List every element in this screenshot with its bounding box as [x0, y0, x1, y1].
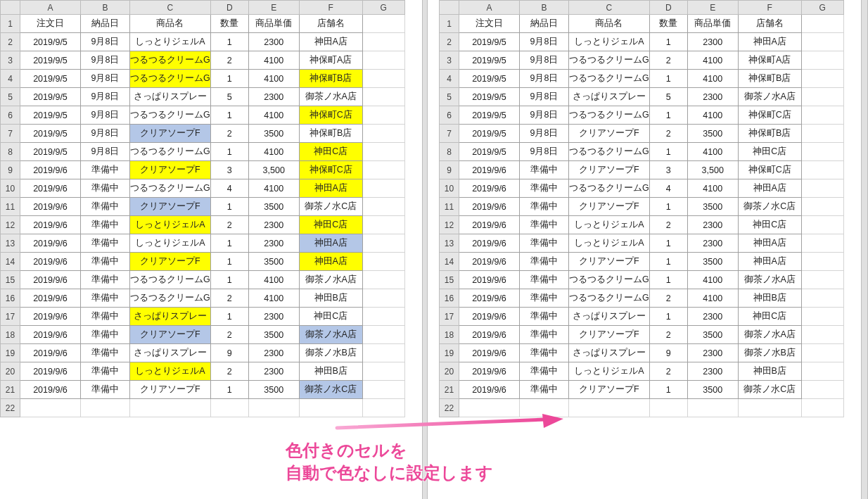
data-cell[interactable]: 準備中 [81, 161, 130, 179]
data-cell[interactable]: 2300 [248, 216, 299, 234]
cell[interactable] [801, 326, 843, 344]
data-cell[interactable]: 神田C店 [299, 216, 362, 234]
data-cell[interactable]: 1 [649, 234, 687, 253]
cell[interactable] [801, 308, 843, 326]
data-cell[interactable]: 2019/9/6 [459, 253, 520, 271]
data-cell[interactable]: 準備中 [520, 161, 569, 179]
data-cell[interactable]: さっぱりスプレー [569, 308, 650, 326]
column-header-D[interactable]: D [649, 1, 687, 15]
select-all-corner[interactable] [1, 1, 20, 15]
data-cell[interactable]: 準備中 [81, 326, 130, 344]
data-cell[interactable]: 2300 [687, 344, 738, 362]
data-cell[interactable]: 1 [649, 381, 687, 399]
data-cell[interactable]: さっぱりスプレー [130, 344, 211, 362]
data-cell[interactable]: クリアソープF [569, 161, 650, 179]
data-cell[interactable]: 2 [649, 362, 687, 381]
data-cell[interactable]: 神田C店 [738, 308, 801, 326]
data-cell[interactable]: さっぱりスプレー [130, 308, 211, 326]
row-header[interactable]: 14 [440, 253, 459, 271]
column-header-B[interactable]: B [81, 1, 130, 15]
data-cell[interactable]: 神保町C店 [738, 161, 801, 179]
row-header[interactable]: 7 [1, 125, 20, 143]
data-cell[interactable]: しっとりジェルA [130, 216, 211, 234]
spreadsheet-right[interactable]: ABCDEFG1注文日納品日商品名数量商品単価店舗名22019/9/59月8日し… [439, 0, 861, 417]
data-cell[interactable]: 2019/9/6 [459, 179, 520, 198]
data-cell[interactable]: 2019/9/5 [459, 33, 520, 51]
data-cell[interactable]: 御茶ノ水B店 [299, 344, 362, 362]
row-header[interactable]: 2 [440, 33, 459, 51]
cell[interactable] [801, 106, 843, 125]
field-header-cell[interactable]: 商品単価 [687, 15, 738, 33]
data-cell[interactable]: 2019/9/5 [20, 33, 81, 51]
data-cell[interactable]: 1 [210, 33, 248, 51]
field-header-cell[interactable]: 納品日 [520, 15, 569, 33]
data-cell[interactable]: 御茶ノ水C店 [738, 381, 801, 399]
cell[interactable] [801, 179, 843, 198]
data-cell[interactable]: 1 [649, 33, 687, 51]
row-header[interactable]: 16 [1, 289, 20, 308]
field-header-cell[interactable]: 数量 [210, 15, 248, 33]
data-cell[interactable]: 2019/9/6 [459, 362, 520, 381]
data-cell[interactable]: 2019/9/6 [20, 362, 81, 381]
data-cell[interactable]: 9月8日 [520, 88, 569, 106]
data-cell[interactable]: 準備中 [520, 234, 569, 253]
data-cell[interactable]: 神保町B店 [738, 70, 801, 88]
row-header[interactable]: 18 [440, 326, 459, 344]
data-cell[interactable]: 御茶ノ水A店 [299, 88, 362, 106]
data-cell[interactable]: 2019/9/5 [459, 106, 520, 125]
cell[interactable] [801, 125, 843, 143]
data-cell[interactable]: 神田A店 [299, 253, 362, 271]
data-cell[interactable]: しっとりジェルA [569, 234, 650, 253]
data-cell[interactable]: 準備中 [520, 308, 569, 326]
data-cell[interactable]: 5 [210, 88, 248, 106]
data-cell[interactable]: 神田C店 [299, 143, 362, 161]
cell[interactable] [248, 399, 299, 417]
data-cell[interactable]: クリアソープF [130, 381, 211, 399]
data-cell[interactable]: 4100 [248, 51, 299, 70]
data-cell[interactable]: 神田A店 [299, 179, 362, 198]
data-cell[interactable]: つるつるクリームG [130, 106, 211, 125]
data-cell[interactable]: しっとりジェルA [569, 362, 650, 381]
data-cell[interactable]: 1 [649, 143, 687, 161]
row-header[interactable]: 5 [440, 88, 459, 106]
data-cell[interactable]: しっとりジェルA [130, 362, 211, 381]
data-cell[interactable]: 1 [649, 70, 687, 88]
data-cell[interactable]: 9 [649, 344, 687, 362]
cell[interactable] [362, 344, 404, 362]
data-cell[interactable]: 準備中 [81, 271, 130, 289]
data-cell[interactable]: 2019/9/5 [459, 143, 520, 161]
data-cell[interactable]: 御茶ノ水A店 [299, 326, 362, 344]
cell[interactable] [362, 88, 404, 106]
row-header[interactable]: 7 [440, 125, 459, 143]
data-cell[interactable]: 2019/9/5 [20, 88, 81, 106]
data-cell[interactable]: 3500 [248, 381, 299, 399]
cell[interactable] [459, 399, 520, 417]
data-cell[interactable]: 1 [649, 271, 687, 289]
cell[interactable] [801, 70, 843, 88]
data-cell[interactable]: 準備中 [81, 198, 130, 216]
cell[interactable] [362, 143, 404, 161]
data-cell[interactable]: 2 [210, 289, 248, 308]
cell[interactable] [801, 88, 843, 106]
row-header[interactable]: 9 [1, 161, 20, 179]
cell[interactable] [362, 161, 404, 179]
cell[interactable] [738, 399, 801, 417]
cell[interactable] [362, 15, 404, 33]
data-cell[interactable]: 準備中 [81, 216, 130, 234]
cell[interactable] [210, 399, 248, 417]
data-cell[interactable]: 1 [210, 143, 248, 161]
cell[interactable] [362, 51, 404, 70]
data-cell[interactable]: 2300 [248, 33, 299, 51]
cell[interactable] [130, 399, 211, 417]
data-cell[interactable]: 2300 [687, 308, 738, 326]
cell[interactable] [801, 362, 843, 381]
data-cell[interactable]: 4100 [687, 70, 738, 88]
data-cell[interactable]: しっとりジェルA [569, 216, 650, 234]
row-header[interactable]: 12 [440, 216, 459, 234]
spreadsheet-left[interactable]: ABCDEFG1注文日納品日商品名数量商品単価店舗名22019/9/59月8日し… [0, 0, 422, 417]
row-header[interactable]: 2 [1, 33, 20, 51]
data-cell[interactable]: 3500 [248, 125, 299, 143]
data-cell[interactable]: 2300 [248, 88, 299, 106]
cell[interactable] [362, 326, 404, 344]
row-header[interactable]: 13 [440, 234, 459, 253]
